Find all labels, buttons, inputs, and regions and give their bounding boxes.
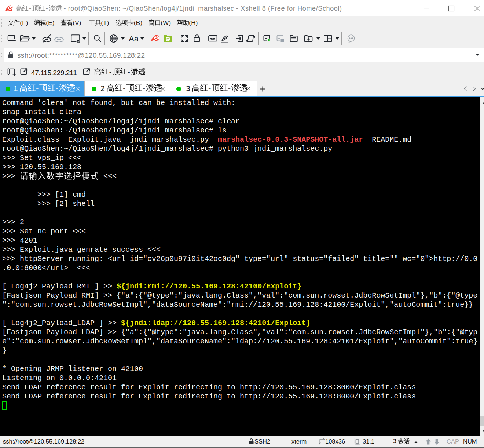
- svg-text:108x36: 108x36: [325, 438, 345, 445]
- svg-text:- root@QiaoShen: ~/QiaoShen/lo: - root@QiaoShen: ~/QiaoShen/log4j/1jndi_…: [62, 5, 342, 12]
- svg-text:-: -: [56, 84, 58, 93]
- svg-text:-: -: [109, 68, 111, 76]
- svg-text:-: -: [143, 84, 145, 93]
- svg-text:-: -: [128, 68, 130, 76]
- svg-text:(F): (F): [20, 19, 28, 26]
- svg-text:-: -: [228, 84, 231, 93]
- svg-text:-: -: [36, 84, 38, 93]
- svg-text:-: -: [46, 4, 48, 12]
- svg-text:47.115.229.211: 47.115.229.211: [31, 69, 77, 77]
- svg-text:-: -: [123, 84, 125, 93]
- svg-text:ssh://root@120.55.169.128:22: ssh://root@120.55.169.128:22: [3, 438, 84, 445]
- svg-text:-: -: [208, 84, 211, 93]
- svg-text:1: 1: [14, 84, 18, 92]
- svg-text:31,1: 31,1: [363, 438, 374, 445]
- svg-text:(B): (B): [134, 19, 143, 26]
- svg-text:(E): (E): [46, 19, 55, 26]
- svg-text:3: 3: [186, 84, 190, 92]
- svg-text:2: 2: [100, 84, 105, 92]
- svg-text:xterm: xterm: [292, 438, 307, 445]
- svg-text:3: 3: [393, 438, 398, 444]
- svg-text:NUM: NUM: [463, 438, 477, 445]
- svg-text:(W): (W): [161, 19, 171, 26]
- svg-text:(T): (T): [101, 19, 109, 26]
- svg-text:(V): (V): [73, 19, 81, 26]
- svg-text:-: -: [29, 4, 31, 12]
- svg-text:ssh://root:**********@120.55.1: ssh://root:**********@120.55.169.128:22: [17, 51, 145, 59]
- svg-text:SSH2: SSH2: [254, 438, 270, 445]
- svg-text:(H): (H): [189, 19, 198, 26]
- svg-text:CAP: CAP: [447, 438, 459, 445]
- svg-text:Aa: Aa: [129, 34, 139, 43]
